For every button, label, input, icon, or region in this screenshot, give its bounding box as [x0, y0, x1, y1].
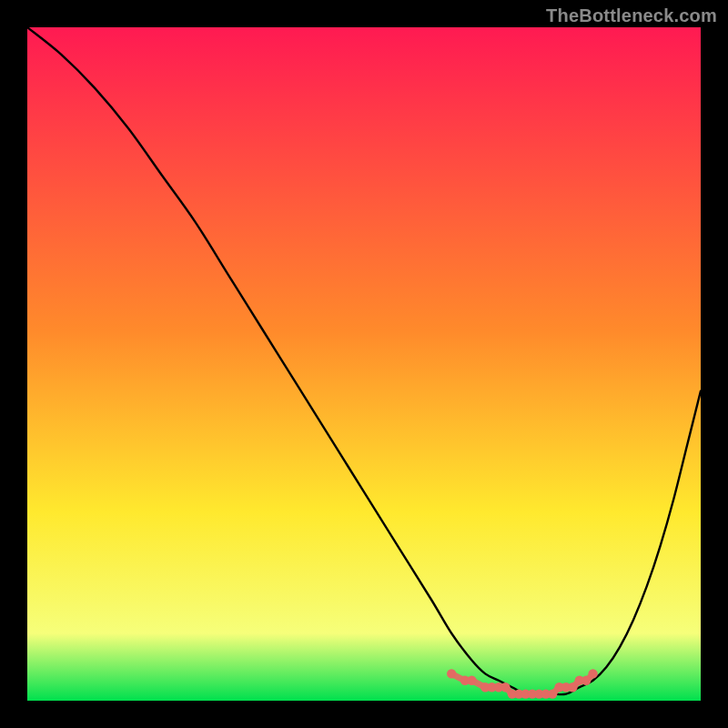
sweet-spot-dot [568, 682, 577, 692]
sweet-spot-dot [588, 669, 597, 678]
sweet-spot-dot [467, 676, 476, 685]
plot-area [27, 27, 701, 701]
bottleneck-chart [27, 27, 701, 701]
sweet-spot-dot [548, 689, 557, 698]
sweet-spot-dot [500, 682, 510, 692]
chart-frame: TheBottleneck.com [0, 0, 728, 728]
sweet-spot-dot [447, 669, 456, 678]
watermark-text: TheBottleneck.com [546, 5, 717, 26]
sweet-spot-dot [581, 676, 591, 685]
